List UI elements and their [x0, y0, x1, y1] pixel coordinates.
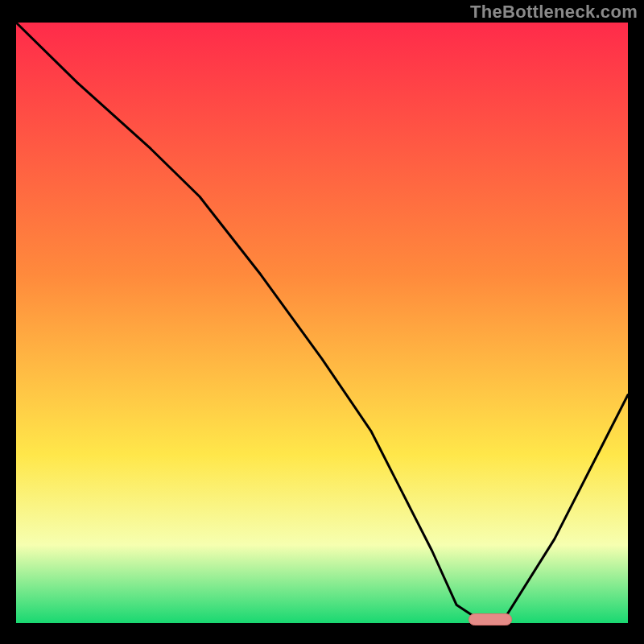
plot-gradient-area — [16, 23, 628, 623]
bottleneck-chart — [0, 0, 644, 644]
optimal-zone-marker — [469, 614, 511, 625]
chart-container: TheBottleneck.com — [0, 0, 644, 644]
